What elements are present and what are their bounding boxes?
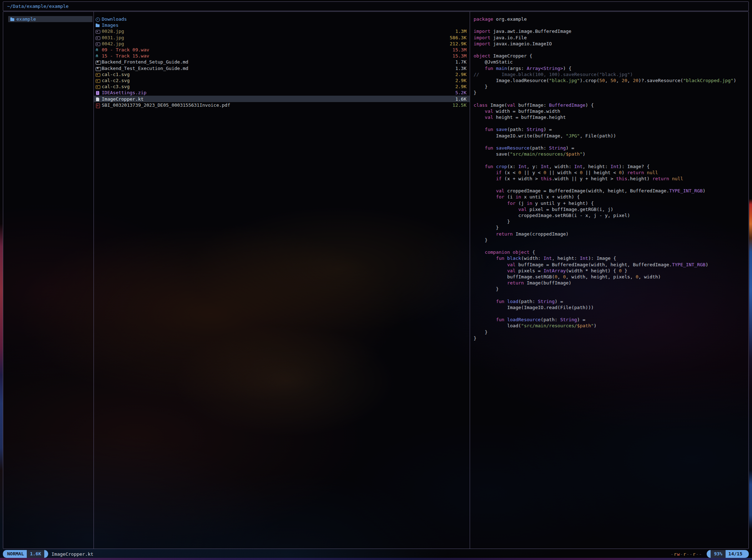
code-line: } [474,84,746,90]
wallpaper-edge-right [749,0,752,560]
file-size: 1.3M [455,29,466,34]
parent-dir-name: example [16,16,36,22]
terminal-window: ~/Data/example/example example Downloads… [3,1,749,558]
position-pill-cap-right [745,550,749,558]
code-line: } [474,224,746,231]
parent-pane: example [3,12,94,549]
file-name: SBI_0032013739_2023_DE05_0003155631Invoi… [102,102,230,108]
code-line: fun black(width: Int, height: Int): Imag… [474,255,746,261]
parent-dir-row[interactable]: example [8,16,92,22]
file-row[interactable]: 15 - Track 15.wav15.3M [94,53,470,59]
file-row[interactable]: 0031.jpg586.3K [94,35,470,41]
code-line: for (i in x until x + width) { [474,194,746,200]
code-line: load("src/main/resources/$path") [474,323,746,329]
code-line: Image.loadResource("black.jpg").crop(50,… [474,77,746,84]
code-line: if (x < 0 || y < 0 || width < 0 || heigh… [474,170,746,176]
image-icon [96,41,101,46]
code-line [474,157,746,163]
status-filename: ImageCropper.kt [51,551,93,557]
file-icon [96,97,101,101]
file-size-badge: 1.6K [27,550,44,558]
code-line: fun main(args: Array<String>) { [474,65,746,71]
code-line: val pixel = buffImage.getRGB(i, j) [474,206,746,212]
vector-image-icon [96,78,101,83]
audio-icon [96,54,101,58]
file-permissions: -rw-r--r-- [671,551,702,557]
file-size: 15.3M [453,47,466,52]
code-line [474,22,746,28]
file-size: 2.9K [455,72,466,77]
file-name: Downloads [102,16,127,22]
markdown-icon [96,60,101,64]
powerline-arrow-icon [44,550,48,558]
code-line: return Image(croppedImage) [474,231,746,237]
file-size: 1.7K [455,59,466,65]
code-line: val buffImage = BufferedImage(width, hei… [474,262,746,268]
position-pill-cap-left [707,550,711,558]
file-row[interactable]: 09 - Track 09.wav15.3M [94,47,470,53]
file-row[interactable]: Backend_Frontend_Setup_Guide.md1.7K [94,59,470,65]
code-line: ImageIO.write(buffImage, "JPG", File(pat… [474,133,746,139]
code-line: import java.io.File [474,35,746,41]
file-row[interactable]: Backend_Test_Execution_Guide.md1.3K [94,65,470,71]
code-line: fun save(path: String) = [474,126,746,132]
file-name: 15 - Track 15.wav [102,53,149,59]
file-name: 0042.jpg [102,41,124,46]
vector-image-icon [96,84,101,89]
file-row[interactable]: Images [94,22,470,28]
file-name: cal-c3.svg [102,84,130,89]
code-line: buffImage.setRGB(0, 0, width, height, pi… [474,274,746,280]
code-line [474,311,746,317]
file-row[interactable]: ImageCropper.kt1.6K [94,96,470,102]
pdf-icon [96,103,101,107]
code-line: fun crop(x: Int, y: Int, width: Int, hei… [474,163,746,170]
file-name: Backend_Frontend_Setup_Guide.md [102,59,188,65]
file-row[interactable]: 0028.jpg1.3M [94,28,470,34]
file-size: 15.3M [453,53,466,59]
code-line: val width = buffImage.width [474,108,746,114]
code-line [474,139,746,145]
file-size: 5.2K [455,90,466,95]
code-line: save("src/main/resources/$path") [474,151,746,157]
code-line [474,243,746,249]
status-bar: NORMAL 1.6K ImageCropper.kt -rw-r--r-- 9… [3,550,749,558]
titlebar: ~/Data/example/example [3,1,749,11]
file-row[interactable]: cal-c2.svg2.9K [94,77,470,84]
file-row[interactable]: Downloads [94,16,470,22]
code-line [474,96,746,102]
code-line: croppedImage.setRGB(i - x, j - y, pixel) [474,212,746,218]
folder-icon [10,17,15,21]
code-line: val pixels = IntArray(width * height) { … [474,268,746,274]
file-name: IDEAsettings.zip [102,90,146,95]
code-line [474,120,746,126]
code-line: package org.example [474,16,746,22]
file-row[interactable]: 0042.jpg212.9K [94,41,470,47]
code-line: for (j in y until y + height) { [474,200,746,206]
file-name: cal-c2.svg [102,78,130,83]
code-line: val height = buffImage.height [474,114,746,120]
file-size: 12.5K [453,102,466,108]
file-row[interactable]: cal-c1.svg2.9K [94,71,470,77]
cwd-path: ~/Data/example/example [7,4,69,9]
code-line: Image(ImageIO.read(File(path))) [474,304,746,311]
code-line: } [474,237,746,243]
file-size: 2.9K [455,78,466,83]
file-size: 2.9K [455,84,466,89]
code-line: import javax.imageio.ImageIO [474,41,746,47]
folder-icon [96,23,101,27]
markdown-icon [96,66,101,71]
file-name: Backend_Test_Execution_Guide.md [102,66,188,71]
file-name: 0028.jpg [102,29,124,34]
wallpaper-edge-bottom [0,558,752,560]
file-name: Images [102,22,118,28]
file-name: ImageCropper.kt [102,96,143,102]
file-size: 212.9K [450,41,466,46]
file-row[interactable]: cal-c3.svg2.9K [94,84,470,90]
image-icon [96,35,101,40]
file-row[interactable]: SBI_0032013739_2023_DE05_0003155631Invoi… [94,102,470,108]
vector-image-icon [96,72,101,77]
code-line: } [474,286,746,292]
file-row[interactable]: IDEAsettings.zip5.2K [94,90,470,96]
code-line: if (x + width > this.width || y + height… [474,176,746,182]
mode-indicator: NORMAL [6,550,27,558]
